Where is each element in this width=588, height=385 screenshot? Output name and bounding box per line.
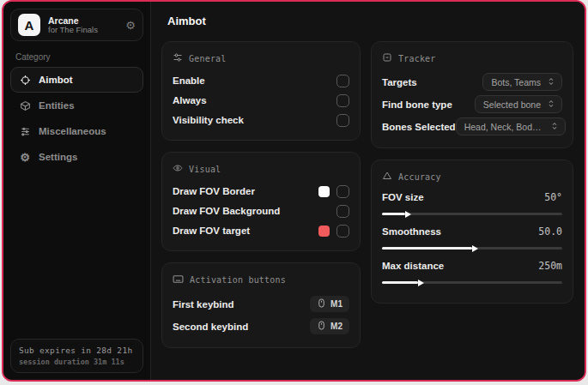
setting-row-targets: Targets Bots, Teams xyxy=(382,71,562,93)
bones-selected-select[interactable]: Head, Neck, Body, Pe.. xyxy=(456,117,566,135)
accuracy-card: Accuracy FOV size 50° Smoothness xyxy=(371,159,573,304)
triangle-icon xyxy=(382,171,392,183)
general-card: General Enable Always Visibility check xyxy=(161,41,361,141)
sidebar-item-label: Miscellaneous xyxy=(39,126,106,136)
setting-row-fov-background: Draw FOV Background xyxy=(173,202,349,220)
sidebar: A Arcane for The Finals ⚙ Category Aimbo… xyxy=(3,2,151,380)
sidebar-item-miscellaneous[interactable]: Miscellaneous xyxy=(10,118,143,144)
page-title: Aimbot xyxy=(167,15,573,27)
setting-row-bones-selected: Bones Selected Head, Neck, Body, Pe.. xyxy=(382,116,562,137)
fov-size-value: 50° xyxy=(544,191,562,203)
tracker-card: Tracker Targets Bots, Teams Find bone ty… xyxy=(371,41,573,148)
gear-icon: ⚙ xyxy=(19,151,31,163)
visual-card: Visual Draw FOV Border Draw FOV Backgrou… xyxy=(161,152,361,251)
sidebar-item-aimbot[interactable]: Aimbot xyxy=(10,67,143,93)
setting-row-visibility-check: Visibility check xyxy=(173,111,349,129)
max-distance-value: 250m xyxy=(538,260,562,272)
fov-border-color-swatch[interactable] xyxy=(318,186,330,197)
activation-buttons-card: Activation buttons First keybind M1 Seco… xyxy=(161,262,361,348)
logo-card: A Arcane for The Finals ⚙ xyxy=(10,9,143,41)
enable-checkbox[interactable] xyxy=(336,75,349,87)
setting-row-enable: Enable xyxy=(173,71,349,90)
setting-row-find-bone-type: Find bone type Selected bone xyxy=(382,93,562,115)
keyboard-icon xyxy=(173,274,184,286)
subscription-card: Sub expires in 28d 21h session duration … xyxy=(10,339,143,373)
smoothness-slider[interactable] xyxy=(382,247,562,250)
setting-row-fov-target: Draw FOV target xyxy=(173,221,349,240)
setting-row-max-distance: Max distance 250m xyxy=(382,258,562,284)
fov-target-checkbox[interactable] xyxy=(336,225,349,238)
slider-thumb[interactable] xyxy=(472,245,478,252)
setting-row-fov-border: Draw FOV Border xyxy=(173,182,349,201)
fov-background-checkbox[interactable] xyxy=(336,205,349,218)
app-logo: A xyxy=(18,14,40,36)
max-distance-slider[interactable] xyxy=(382,281,562,284)
crosshair-icon xyxy=(19,74,31,86)
sidebar-item-entities[interactable]: Entities xyxy=(10,93,143,118)
mouse-icon xyxy=(317,321,326,332)
square-minus-icon xyxy=(382,52,392,64)
card-title: General xyxy=(189,54,227,63)
sliders-icon xyxy=(19,125,31,137)
find-bone-type-select[interactable]: Selected bone xyxy=(475,95,562,113)
visibility-check-checkbox[interactable] xyxy=(336,114,349,127)
mouse-icon xyxy=(317,298,326,310)
app-name: Arcane xyxy=(48,15,118,26)
sidebar-nav: Aimbot Entities Miscellaneous ⚙ Settings xyxy=(10,67,143,170)
sidebar-item-label: Entities xyxy=(39,100,75,111)
session-duration-text: session duration 31m 11s xyxy=(19,358,135,366)
fov-size-slider[interactable] xyxy=(382,213,562,215)
sidebar-item-label: Aimbot xyxy=(39,75,73,85)
sidebar-item-settings[interactable]: ⚙ Settings xyxy=(10,144,143,170)
fov-target-color-swatch[interactable] xyxy=(318,226,330,237)
chevrons-up-down-icon xyxy=(547,99,555,110)
app-subtitle: for The Finals xyxy=(48,26,118,35)
targets-select[interactable]: Bots, Teams xyxy=(482,73,562,91)
card-title: Tracker xyxy=(398,54,436,63)
always-checkbox[interactable] xyxy=(336,94,349,107)
gear-icon[interactable]: ⚙ xyxy=(125,19,136,32)
eye-icon xyxy=(173,163,183,175)
setting-row-always: Always xyxy=(173,91,349,110)
sidebar-item-label: Settings xyxy=(39,152,77,162)
second-keybind-button[interactable]: M2 xyxy=(310,318,349,334)
category-label: Category xyxy=(15,52,143,62)
sliders-horizontal-icon xyxy=(173,52,183,64)
slider-thumb[interactable] xyxy=(418,280,424,286)
setting-row-second-keybind: Second keybind M2 xyxy=(173,316,349,337)
card-title: Activation buttons xyxy=(190,275,286,285)
main-content: Aimbot General Enable A xyxy=(151,2,585,380)
smoothness-value: 50.0 xyxy=(538,226,562,238)
setting-row-smoothness: Smoothness 50.0 xyxy=(382,224,562,250)
app-window: A Arcane for The Finals ⚙ Category Aimbo… xyxy=(2,0,586,382)
chevrons-up-down-icon xyxy=(547,77,555,87)
fov-border-checkbox[interactable] xyxy=(336,185,349,198)
first-keybind-button[interactable]: M1 xyxy=(310,296,349,312)
card-title: Visual xyxy=(189,165,221,174)
chevrons-up-down-icon xyxy=(550,122,559,132)
setting-row-fov-size: FOV size 50° xyxy=(382,189,562,215)
sub-expires-text: Sub expires in 28d 21h xyxy=(19,346,135,355)
slider-thumb[interactable] xyxy=(405,211,411,218)
entities-icon xyxy=(19,99,31,111)
card-title: Accuracy xyxy=(398,172,441,182)
setting-row-first-keybind: First keybind M1 xyxy=(173,293,349,315)
